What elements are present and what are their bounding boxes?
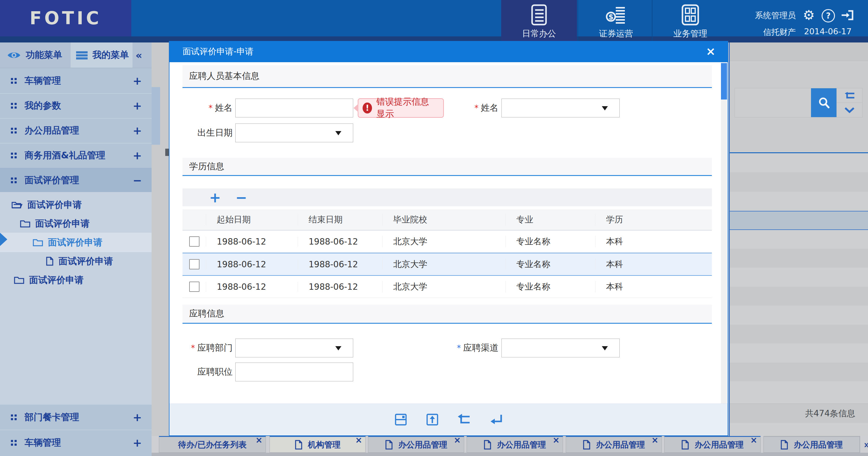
tab-todo-task-list[interactable]: 待办/已办任务列表 × <box>159 436 266 453</box>
birth-date-label: 出生日期 <box>182 123 232 142</box>
apply-dept-dropdown[interactable] <box>235 339 353 358</box>
expand-plus-icon[interactable]: + <box>133 436 142 449</box>
document-icon <box>780 440 788 450</box>
tab-office-supplies-2[interactable]: 办公用品管理 × <box>467 436 563 453</box>
drag-handle-icon <box>11 103 13 105</box>
expand-search-button[interactable] <box>837 103 862 117</box>
dialog-scrollbar[interactable] <box>721 62 727 403</box>
name-input[interactable] <box>235 98 353 117</box>
expand-plus-icon[interactable]: + <box>133 411 142 424</box>
expand-plus-icon[interactable]: + <box>133 149 142 162</box>
save-button[interactable] <box>394 412 408 427</box>
sidebar-tab-function-menu[interactable]: 功能菜单 <box>7 42 68 68</box>
column-header[interactable]: 起始日期 <box>206 214 298 225</box>
sidebar-tab-my-menu[interactable]: 我的菜单 <box>71 42 132 68</box>
background-grid-row <box>730 325 868 343</box>
row-checkbox[interactable] <box>189 282 199 292</box>
tree-item-interview-apply-3-active[interactable]: 面试评价申请 <box>0 233 152 252</box>
tree-item-interview-apply-4[interactable]: 面试评价申请 <box>0 252 152 271</box>
required-asterisk: * <box>209 104 213 113</box>
expand-plus-icon[interactable]: + <box>133 99 142 112</box>
search-side-buttons <box>836 88 862 117</box>
topnav-daily-office[interactable]: 日常办公 <box>501 0 577 42</box>
sidebar-item-business-wine-gifts[interactable]: 商务用酒&礼品管理 + <box>0 143 152 168</box>
column-header[interactable]: 专业 <box>505 214 595 225</box>
column-header[interactable]: 结束日期 <box>298 214 382 225</box>
drag-handle-icon <box>11 152 13 155</box>
background-content-panel: 共474条信息 <box>729 42 868 436</box>
folder-icon <box>20 219 30 228</box>
table-row[interactable]: 1988-06-12 1988-06-12 北京大学 专业名称 本科 <box>183 231 712 253</box>
app-logo: FOTIC <box>0 0 131 36</box>
sidebar-item-dept-meal-card[interactable]: 部门餐卡管理 + <box>0 404 152 430</box>
dialog-footer <box>169 403 727 435</box>
return-button[interactable] <box>489 413 503 426</box>
row-checkbox[interactable] <box>189 236 199 247</box>
menu-label: 我的参数 <box>25 99 133 112</box>
close-icon[interactable]: × <box>750 435 757 445</box>
topnav-securities[interactable]: $ 证券运营 <box>578 0 654 42</box>
sidebar-item-office-supplies[interactable]: 办公用品管理 + <box>0 118 152 143</box>
scrollbar-thumb[interactable] <box>721 63 727 99</box>
tab-office-supplies-4[interactable]: 办公用品管理 × <box>664 436 761 453</box>
close-icon[interactable]: × <box>355 435 362 445</box>
tab-office-supplies-3[interactable]: 办公用品管理 × <box>566 436 662 453</box>
tree-item-interview-apply-5[interactable]: 面试评价申请 <box>0 270 152 290</box>
sidebar-item-vehicle-mgmt[interactable]: 车辆管理 + <box>0 68 152 94</box>
close-icon[interactable]: × <box>454 435 461 445</box>
caret-down-icon <box>602 346 608 350</box>
gear-icon[interactable]: ⚙ <box>803 7 815 23</box>
name2-field-label: * 姓名 <box>448 98 498 117</box>
section-title: 应聘人员基本信息 <box>189 70 259 82</box>
tree-item-interview-apply-1[interactable]: 面试评价申请 <box>0 195 152 215</box>
table-row[interactable]: 1988-06-12 1988-06-12 北京大学 专业名称 本科 <box>183 276 712 298</box>
table-row-selected[interactable]: 1988-06-12 1988-06-12 北京大学 专业名称 本科 <box>183 253 712 276</box>
tab-office-supplies-5[interactable]: 办公用品管理 <box>764 436 860 453</box>
help-icon[interactable]: ? <box>822 9 835 23</box>
expand-plus-icon[interactable]: + <box>133 75 142 87</box>
table-header-row: 起始日期 结束日期 毕业院校 专业 学历 <box>183 209 712 231</box>
header-date: 2014-06-17 <box>804 27 865 36</box>
reset-button[interactable] <box>837 88 862 103</box>
sidebar-collapse-button[interactable]: « <box>135 42 151 68</box>
modules-icon <box>681 4 700 26</box>
expand-plus-icon[interactable]: + <box>133 124 142 137</box>
expand-minus-icon[interactable]: − <box>133 174 142 187</box>
tab-org-mgmt[interactable]: 机构管理 × <box>270 436 366 453</box>
birth-date-dropdown[interactable] <box>235 123 353 142</box>
apply-channel-label: * 应聘渠道 <box>444 339 498 358</box>
apply-channel-dropdown[interactable] <box>501 339 620 358</box>
background-grid-row <box>730 153 868 172</box>
caret-down-icon <box>335 131 341 135</box>
undo-button[interactable] <box>457 413 471 426</box>
tab-overflow-button[interactable]: » <box>860 436 868 453</box>
tab-office-supplies-1[interactable]: 办公用品管理 × <box>368 436 464 453</box>
add-row-button[interactable]: + <box>209 191 221 204</box>
validation-error-tooltip: ! 错误提示信息显示 <box>358 98 444 118</box>
logout-icon[interactable] <box>840 9 855 21</box>
close-icon[interactable]: × <box>706 46 715 57</box>
row-checkbox[interactable] <box>189 259 199 269</box>
tree-item-interview-apply-2[interactable]: 面试评价申请 <box>0 214 152 233</box>
close-icon[interactable]: × <box>255 435 262 445</box>
background-grid-row <box>730 230 868 249</box>
sidebar-item-vehicle-mgmt-2[interactable]: 车辆管理 + <box>0 430 152 456</box>
active-item-marker <box>0 233 7 246</box>
upload-button[interactable] <box>425 412 439 427</box>
drag-handle-icon <box>11 177 13 180</box>
dialog-titlebar[interactable]: 面试评价申请-申请 × <box>169 41 727 62</box>
chevron-down-icon <box>844 107 855 113</box>
column-header[interactable]: 毕业院校 <box>382 214 505 225</box>
remove-row-button[interactable]: − <box>236 191 247 204</box>
close-icon[interactable]: × <box>553 435 560 445</box>
name2-dropdown[interactable] <box>501 98 620 117</box>
close-icon[interactable]: × <box>652 435 658 445</box>
apply-position-input[interactable] <box>235 363 353 381</box>
topnav-business[interactable]: 业务管理 <box>652 0 728 42</box>
sidebar-item-my-params[interactable]: 我的参数 + <box>0 93 152 119</box>
column-header[interactable]: 学历 <box>595 214 712 225</box>
education-table: 起始日期 结束日期 毕业院校 专业 学历 1988-06-12 1988-06-… <box>183 209 712 298</box>
sidebar-tree: 面试评价申请 面试评价申请 面试评价申请 面试评价申请 <box>0 192 152 404</box>
sidebar-item-interview-eval-mgmt[interactable]: 面试评价管理 − <box>0 168 152 193</box>
search-button[interactable] <box>811 88 837 117</box>
